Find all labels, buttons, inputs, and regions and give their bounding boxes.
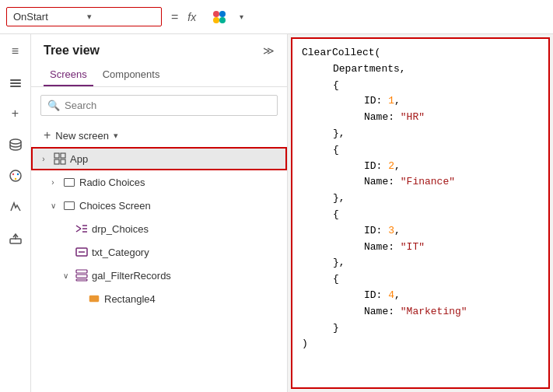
panel-collapse-icon[interactable]: ≫ xyxy=(263,44,275,57)
choices-screen-expand-icon: ∨ xyxy=(47,199,59,212)
publish-icon[interactable] xyxy=(5,227,26,249)
powerapp-icon xyxy=(208,6,230,28)
plus-icon: + xyxy=(44,128,51,142)
formula-name-text: OnStart xyxy=(13,11,81,23)
code-line: Name: "Marketing" xyxy=(302,304,539,320)
new-screen-chevron-icon: ▾ xyxy=(114,131,118,141)
svg-line-18 xyxy=(76,226,81,229)
code-line: }, xyxy=(302,255,539,271)
svg-point-3 xyxy=(219,17,226,23)
code-line: ID: 3, xyxy=(302,223,539,240)
svg-point-11 xyxy=(14,178,16,180)
code-panel: ClearCollect(Departments,{ID: 1,Name: "H… xyxy=(291,37,550,389)
formula-name-chevron: ▾ xyxy=(87,12,155,22)
tree-item-drp-choices[interactable]: › drp_Choices xyxy=(31,217,287,240)
code-line: ID: 2, xyxy=(302,159,539,175)
new-screen-button[interactable]: + New screen ▾ xyxy=(31,124,287,147)
code-line: { xyxy=(302,142,539,159)
variables-icon[interactable] xyxy=(5,196,26,218)
top-bar: OnStart ▾ = fx ▾ xyxy=(0,0,553,34)
svg-rect-6 xyxy=(10,86,21,87)
svg-point-2 xyxy=(213,17,219,23)
fx-sign: fx xyxy=(187,11,196,23)
tree-item-txt-category[interactable]: › txt_Category xyxy=(31,240,287,264)
svg-line-19 xyxy=(76,229,81,232)
tab-components[interactable]: Components xyxy=(96,64,166,86)
tab-screens[interactable]: Screens xyxy=(44,64,93,86)
panel-title: Tree view xyxy=(44,44,100,58)
svg-rect-25 xyxy=(76,270,87,273)
app-expand-icon: › xyxy=(37,152,50,165)
svg-point-1 xyxy=(219,11,226,17)
tree-item-choices-screen[interactable]: ∨ Choices Screen xyxy=(31,194,287,217)
svg-rect-17 xyxy=(61,159,65,164)
palette-icon[interactable] xyxy=(5,165,26,187)
svg-point-9 xyxy=(12,173,13,175)
gal-filterrecords-label: gal_FilterRecords xyxy=(92,270,281,282)
txt-category-icon xyxy=(75,245,89,259)
svg-rect-4 xyxy=(10,79,21,81)
code-line: }, xyxy=(302,126,539,142)
code-line: { xyxy=(302,207,539,223)
txt-category-label: txt_Category xyxy=(92,247,281,258)
svg-rect-28 xyxy=(89,296,99,302)
svg-rect-26 xyxy=(76,275,87,278)
main-layout: ≡ + xyxy=(0,34,553,392)
gal-filterrecords-icon xyxy=(75,268,89,282)
svg-rect-16 xyxy=(54,159,59,164)
svg-point-7 xyxy=(10,139,21,144)
code-line: ID: 4, xyxy=(302,288,539,304)
svg-point-10 xyxy=(16,173,18,175)
rectangle4-icon xyxy=(87,292,101,306)
choices-screen-label: Choices Screen xyxy=(79,200,281,212)
search-icon: 🔍 xyxy=(47,100,60,111)
radio-choices-label: Radio Choices xyxy=(79,177,281,188)
svg-rect-5 xyxy=(10,82,21,84)
powerapp-chevron-icon[interactable]: ▾ xyxy=(240,12,243,21)
code-line: { xyxy=(302,78,539,94)
search-box[interactable]: 🔍 xyxy=(40,95,278,116)
code-line: ID: 1, xyxy=(302,93,539,110)
code-line: ) xyxy=(302,336,539,352)
tree-item-app[interactable]: › App xyxy=(31,147,287,170)
svg-rect-27 xyxy=(76,279,87,281)
tree-item-gal-filterrecords[interactable]: ∨ gal_FilterRecords xyxy=(31,264,287,287)
drp-choices-label: drp_Choices xyxy=(92,223,281,235)
gal-filterrecords-expand-icon: ∨ xyxy=(59,269,72,282)
search-input[interactable] xyxy=(65,100,271,111)
left-toolbar: ≡ + xyxy=(0,34,31,392)
code-line: Name: "IT" xyxy=(302,240,539,256)
rectangle4-label: Rectangle4 xyxy=(104,293,281,305)
code-line: Departments, xyxy=(302,61,539,78)
code-line: } xyxy=(302,320,539,337)
data-icon[interactable] xyxy=(5,134,26,156)
svg-point-0 xyxy=(213,11,219,17)
code-line: Name: "HR" xyxy=(302,110,539,126)
code-line: Name: "Finance" xyxy=(302,174,539,191)
radio-choices-expand-icon: › xyxy=(47,176,59,188)
insert-icon[interactable]: + xyxy=(5,103,26,124)
tree-view-panel: Tree view ≫ Screens Components 🔍 + New s… xyxy=(31,34,288,392)
tabs-container: Screens Components xyxy=(31,64,287,87)
formula-name-selector[interactable]: OnStart ▾ xyxy=(6,7,162,26)
tree-item-radio-choices[interactable]: › Radio Choices xyxy=(31,170,287,194)
drp-choices-icon xyxy=(75,222,89,236)
radio-choices-screen-icon xyxy=(62,175,76,189)
code-line: ClearCollect( xyxy=(302,45,539,61)
code-line: }, xyxy=(302,191,539,207)
equals-sign: = xyxy=(171,10,178,24)
new-screen-label: New screen xyxy=(55,130,109,142)
hamburger-icon[interactable]: ≡ xyxy=(5,40,26,62)
panel-header: Tree view ≫ xyxy=(31,34,287,64)
tree-item-rectangle4[interactable]: › Rectangle4 xyxy=(31,287,287,310)
code-line: { xyxy=(302,271,539,288)
svg-rect-15 xyxy=(61,153,65,158)
choices-screen-icon xyxy=(62,198,76,212)
app-label: App xyxy=(70,153,281,165)
layers-icon[interactable] xyxy=(5,72,26,93)
tree-items-container: › App › Radio Choices xyxy=(31,147,287,392)
app-icon xyxy=(53,152,67,166)
svg-rect-14 xyxy=(54,153,59,158)
